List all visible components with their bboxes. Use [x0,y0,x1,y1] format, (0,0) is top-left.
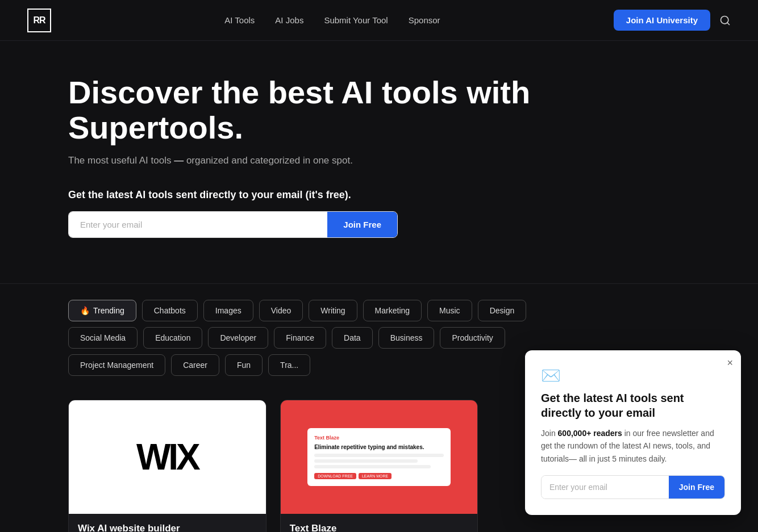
cat-btn-tra[interactable]: Tra... [268,354,310,376]
tool-card-wix-title: Wix AI website builder [78,523,257,532]
cat-btn-trending[interactable]: 🔥 Trending [68,300,136,321]
cat-btn-design[interactable]: Design [478,300,527,321]
nav-link-ai-jobs[interactable]: AI Jobs [275,15,303,25]
hero-join-free-button[interactable]: Join Free [327,212,397,237]
cat-btn-chatbots[interactable]: Chatbots [142,300,198,321]
email-section-label: Get the latest AI tools sent directly to… [68,189,690,201]
tool-card-textblaze[interactable]: Text Blaze Eliminate repetitive typing a… [280,400,478,532]
cat-btn-finance[interactable]: Finance [274,327,326,349]
textblaze-preview: Text Blaze Eliminate repetitive typing a… [281,400,478,514]
tool-card-wix[interactable]: WIX Wix AI website builder Build your bu… [68,400,266,532]
svg-line-1 [727,22,730,24]
cat-btn-data[interactable]: Data [332,327,373,349]
popup-overlay: × ✉️ Get the latest AI tools sent direct… [525,350,741,515]
navbar: RR AI Tools AI Jobs Submit Your Tool Spo… [0,0,758,41]
email-popup-icon: ✉️ [541,366,725,385]
popup-email-form: Join Free [541,475,725,499]
textblaze-tagline: Eliminate repetitive typing and mistakes… [314,444,444,450]
tool-card-textblaze-title: Text Blaze [290,523,469,532]
textblaze-btn-row: DOWNLOAD FREE LEARN MORE [314,473,444,479]
textblaze-line-3 [314,465,431,468]
cat-btn-education[interactable]: Education [143,327,202,349]
nav-link-ai-tools[interactable]: AI Tools [224,15,255,25]
cat-btn-social-media[interactable]: Social Media [68,327,138,349]
tool-card-wix-body: Wix AI website builder Build your busine… [69,514,266,532]
cat-btn-marketing[interactable]: Marketing [363,300,422,321]
category-row-1: 🔥 Trending Chatbots Images Video Writing… [68,300,690,321]
textblaze-line-1 [314,454,444,457]
hero-email-input[interactable] [69,212,327,237]
textblaze-download-btn: DOWNLOAD FREE [314,473,356,479]
hero-title: Discover the best AI tools with Supertoo… [68,75,580,145]
wix-logo: WIX [136,436,198,478]
cat-btn-music[interactable]: Music [427,300,472,321]
textblaze-header: Text Blaze [314,435,444,441]
nav-right: Join AI University [614,10,731,31]
popup-description: Join 600,000+ readers in our free newsle… [541,427,725,465]
textblaze-line-2 [314,459,418,463]
hero-subtitle: The most useful AI tools — organized and… [68,155,690,166]
popup-join-free-button[interactable]: Join Free [669,476,724,499]
cat-btn-fun[interactable]: Fun [225,354,263,376]
tool-card-textblaze-image: Text Blaze Eliminate repetitive typing a… [281,400,478,514]
popup-title: Get the latest AI tools sent directly to… [541,391,725,420]
fire-icon: 🔥 [80,306,90,315]
cat-btn-images[interactable]: Images [203,300,253,321]
join-university-button[interactable]: Join AI University [614,10,710,31]
cat-btn-career[interactable]: Career [171,354,219,376]
cat-btn-business[interactable]: Business [378,327,435,349]
nav-link-sponsor[interactable]: Sponsor [409,15,440,25]
textblaze-inner: Text Blaze Eliminate repetitive typing a… [307,428,451,486]
popup-close-button[interactable]: × [727,357,733,369]
cat-btn-video[interactable]: Video [259,300,303,321]
cat-btn-developer[interactable]: Developer [208,327,268,349]
hero-section: Discover the best AI tools with Supertoo… [0,41,758,261]
search-icon [719,15,731,26]
wix-preview: WIX [69,400,266,514]
nav-logo[interactable]: RR [27,9,51,32]
nav-link-submit-tool[interactable]: Submit Your Tool [324,15,388,25]
hero-email-form: Join Free [68,211,398,238]
tool-card-wix-image: WIX [69,400,266,514]
category-row-2: Social Media Education Developer Finance… [68,327,690,349]
cat-btn-project-management[interactable]: Project Management [68,354,165,376]
cat-btn-productivity[interactable]: Productivity [440,327,505,349]
popup-readers-count: 600,000+ readers [558,429,622,438]
nav-links: AI Tools AI Jobs Submit Your Tool Sponso… [224,15,440,25]
tool-card-textblaze-body: Text Blaze A powerful text expander Chro… [281,514,478,532]
cat-btn-writing[interactable]: Writing [309,300,357,321]
email-popup: × ✉️ Get the latest AI tools sent direct… [525,350,741,515]
search-button[interactable] [719,15,731,26]
popup-email-input[interactable] [542,476,669,499]
textblaze-learn-btn: LEARN MORE [359,473,392,479]
